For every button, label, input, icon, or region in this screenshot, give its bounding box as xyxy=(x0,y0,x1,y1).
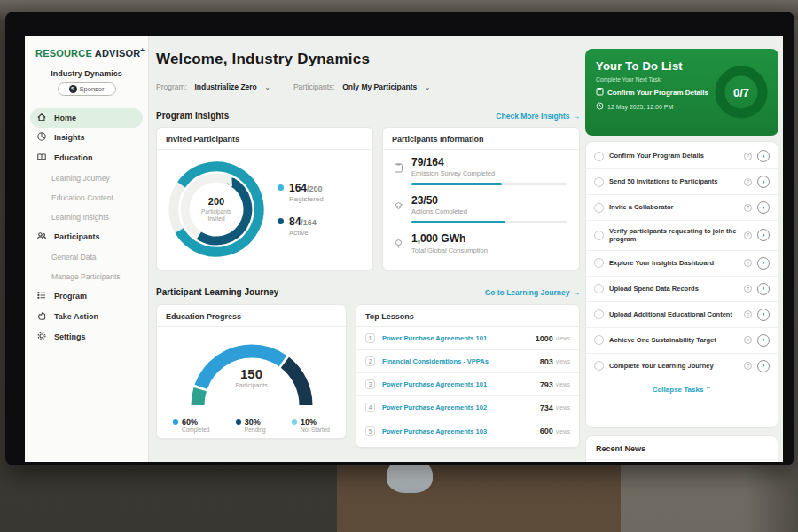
actions-progress-bar xyxy=(411,221,567,223)
active-label: Active xyxy=(289,229,317,237)
legend-pct: 30% xyxy=(245,418,266,426)
help-icon[interactable]: ? xyxy=(744,336,752,344)
brand-logo: RESOURCE ADVISOR+ xyxy=(25,36,148,59)
help-icon[interactable]: ? xyxy=(744,153,752,160)
task-row-explore-insights[interactable]: Explore Your Insights Dashboard ? › xyxy=(586,251,778,277)
lesson-row-1[interactable]: 1 Power Purchase Agreements 101 1000 vie… xyxy=(356,327,579,350)
lesson-row-4[interactable]: 4 Power Purchase Agreements 102 734 view… xyxy=(356,396,579,419)
chevron-right-icon[interactable]: › xyxy=(757,257,770,270)
sidebar-item-participants[interactable]: Participants xyxy=(25,227,148,247)
sidebar-subitem-label: General Data xyxy=(51,253,97,262)
check-more-insights-link[interactable]: Check More Insights→ xyxy=(496,112,580,121)
lesson-views-unit: views xyxy=(556,428,570,434)
task-checkbox[interactable] xyxy=(594,284,604,293)
page-title: Welcome, Industry Dynamics xyxy=(156,51,580,68)
task-checkbox[interactable] xyxy=(594,203,604,213)
invited-donut-chart: 200 Participants Invited xyxy=(164,157,269,262)
sidebar-item-learning-insights[interactable]: Learning Insights xyxy=(25,207,148,227)
task-row-complete-learning-journey[interactable]: Complete Your Learning Journey ? › xyxy=(586,354,778,379)
chevron-right-icon[interactable]: › xyxy=(757,150,770,162)
task-checkbox[interactable] xyxy=(594,152,604,161)
participants-information-card: Participants Information 79/164 Emission… xyxy=(382,127,580,270)
sidebar-item-program[interactable]: Program xyxy=(25,286,148,307)
help-icon[interactable]: ? xyxy=(744,259,752,267)
todo-due-date: 12 May 2025, 12:00 PM xyxy=(607,104,673,110)
home-icon xyxy=(36,112,47,124)
task-checkbox[interactable] xyxy=(594,258,604,268)
stat-value: 1,000 GWh xyxy=(411,233,488,245)
lesson-views: 734 xyxy=(540,403,553,412)
task-label: Upload Additional Educational Content xyxy=(609,310,739,318)
help-icon[interactable]: ? xyxy=(744,362,752,370)
help-icon[interactable]: ? xyxy=(744,285,752,293)
main-content: Welcome, Industry Dynamics Program: Indu… xyxy=(156,36,580,462)
lesson-row-5[interactable]: 5 Power Purchase Agreements 103 600 view… xyxy=(356,419,579,442)
education-progress-card: Education Progress 150 Participants xyxy=(156,304,347,439)
task-checkbox[interactable] xyxy=(594,309,604,319)
lesson-title-link[interactable]: Power Purchase Agreements 102 xyxy=(382,403,540,411)
sidebar-item-take-action[interactable]: Take Action xyxy=(25,307,148,327)
link-label: Check More Insights xyxy=(496,112,569,121)
org-name: Industry Dynamics xyxy=(25,69,148,78)
donut-legend: 164/200 Registered 84/164 Active xyxy=(278,182,324,237)
chevron-down-icon: ⌄ xyxy=(264,83,270,91)
chevron-right-icon[interactable]: › xyxy=(757,309,770,321)
sidebar-item-settings[interactable]: Settings xyxy=(25,327,148,348)
sidebar-item-general-data[interactable]: General Data xyxy=(25,247,148,267)
participants-filter[interactable]: Participants: Only My Participants ⌄ xyxy=(293,77,430,93)
sponsor-badge: S Sponsor xyxy=(58,82,116,96)
task-label: Confirm Your Program Details xyxy=(609,152,739,160)
lesson-row-3[interactable]: 3 Power Purchase Agreements 101 793 view… xyxy=(356,373,579,396)
lesson-title-link[interactable]: Power Purchase Agreements 101 xyxy=(382,334,536,342)
sidebar-item-learning-journey[interactable]: Learning Journey xyxy=(25,168,148,188)
chevron-right-icon[interactable]: › xyxy=(757,201,770,214)
help-icon[interactable]: ? xyxy=(744,178,752,186)
lesson-title-link[interactable]: Power Purchase Agreements 103 xyxy=(382,427,540,435)
legend-active: 84/164 Active xyxy=(278,215,324,237)
task-row-send-invitations[interactable]: Send 50 Invitations to Participants ? › xyxy=(586,169,778,195)
task-row-confirm-program[interactable]: Confirm Your Program Details ? › xyxy=(586,144,778,169)
legend-pct: 60% xyxy=(182,418,209,426)
card-title: Top Lessons xyxy=(356,305,579,327)
sidebar-item-home[interactable]: Home xyxy=(30,108,143,128)
lesson-title-link[interactable]: Power Purchase Agreements 101 xyxy=(382,380,540,388)
lesson-row-2[interactable]: 2 Financial Considerations - VPPAs 803 v… xyxy=(356,350,579,373)
program-filter[interactable]: Program: Industrialize Zero ⌄ xyxy=(156,77,270,93)
lesson-rank: 3 xyxy=(365,379,375,389)
link-label: Go to Learning Journey xyxy=(485,288,570,297)
sidebar-item-education[interactable]: Education xyxy=(25,148,148,168)
dashboard-screen: RESOURCE ADVISOR+ Industry Dynamics S Sp… xyxy=(25,36,783,462)
program-filter-value: Industrialize Zero xyxy=(194,82,256,91)
chevron-down-icon: ⌄ xyxy=(425,83,431,91)
task-row-verify-participants[interactable]: Verify participants requesting to join t… xyxy=(586,221,778,251)
chevron-right-icon[interactable]: › xyxy=(757,360,770,372)
sidebar-item-label: Take Action xyxy=(54,312,98,321)
task-checkbox[interactable] xyxy=(594,231,604,240)
chevron-right-icon[interactable]: › xyxy=(757,334,770,347)
task-row-upload-spend-data[interactable]: Upload Spend Data Records ? › xyxy=(586,277,778,302)
go-to-learning-journey-link[interactable]: Go to Learning Journey→ xyxy=(485,288,580,297)
task-checkbox[interactable] xyxy=(594,177,604,187)
sidebar-item-education-content[interactable]: Education Content xyxy=(25,188,148,207)
task-row-upload-educational-content[interactable]: Upload Additional Educational Content ? … xyxy=(586,302,778,328)
gauge-center-value: 150 xyxy=(185,366,318,381)
lesson-title-link[interactable]: Financial Considerations - VPPAs xyxy=(382,357,540,365)
sidebar-item-label: Education xyxy=(54,153,93,162)
sidebar-item-insights[interactable]: Insights xyxy=(25,128,148,148)
lesson-views-unit: views xyxy=(556,358,570,364)
help-icon[interactable]: ? xyxy=(744,231,752,239)
sidebar-item-manage-participants[interactable]: Manage Participants xyxy=(25,267,148,286)
help-icon[interactable]: ? xyxy=(744,204,752,212)
chevron-right-icon[interactable]: › xyxy=(757,283,770,295)
task-checkbox[interactable] xyxy=(594,335,604,345)
task-row-invite-collaborator[interactable]: Invite a Collaborator ? › xyxy=(586,195,778,221)
chevron-right-icon[interactable]: › xyxy=(757,229,770,241)
brand-primary: RESOURCE xyxy=(35,48,92,59)
chevron-right-icon[interactable]: › xyxy=(757,176,770,188)
task-row-achieve-target[interactable]: Achieve One Sustainability Target ? › xyxy=(586,328,778,354)
emission-progress-bar xyxy=(411,183,567,185)
task-checkbox[interactable] xyxy=(594,361,604,371)
help-icon[interactable]: ? xyxy=(744,310,752,318)
donut-center-value: 200 xyxy=(208,196,224,207)
collapse-tasks-link[interactable]: Collapse Tasks ⌃ xyxy=(586,379,778,397)
